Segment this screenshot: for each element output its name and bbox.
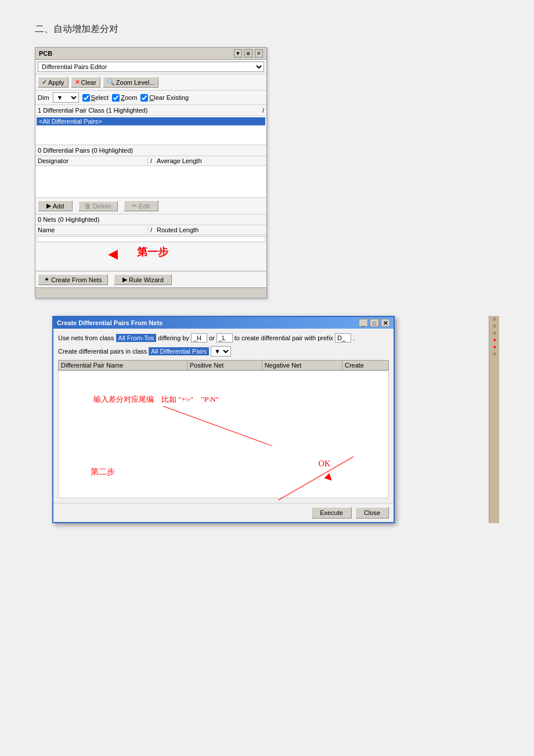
dialog-row2: Create differential pairs in class All D… [58, 346, 389, 357]
dialog-titlebar: Create Differential Pairs From Nets _ □ … [53, 317, 394, 329]
dialog-table: Differential Pair Name Positive Net Nega… [58, 360, 389, 370]
nets-header-text: 0 Nets (0 Highlighted) [38, 216, 99, 223]
zoom-option-label: Zoom [121, 94, 137, 101]
pair-class-slash: / [262, 107, 264, 114]
dim-dropdown[interactable]: ▼ [53, 92, 79, 103]
rule-wizard-icon: ▶ [122, 276, 127, 283]
row2-class-highlight: All Differential Pairs [149, 347, 209, 355]
clear-existing-checkbox-label[interactable]: Clear Existing [140, 94, 189, 102]
row1-prefix-input[interactable] [335, 333, 351, 343]
pcb-titlebar: PCB ▼ ⊕ ✕ [35, 48, 266, 60]
panel-type-dropdown[interactable]: Differential Pairs Editor [38, 62, 264, 72]
side-icon-2: ⊞ [492, 323, 497, 330]
pair-class-selected-item[interactable]: <All Differential Pairs> [37, 117, 265, 125]
dialog-bottom: Execute Close [53, 503, 394, 522]
row1-or-text: or [209, 334, 215, 341]
row1-class-highlight: All From-Tos [116, 334, 157, 342]
pcb-pin-icon[interactable]: ⊕ [244, 49, 252, 57]
action-buttons-row: ▶ Add 🗑 Delete ✏ Edit [35, 198, 266, 214]
select-label: Select [91, 94, 109, 101]
pair-class-header-text: 1 Differential Pair Class (1 Highlighted… [38, 107, 147, 114]
create-from-nets-button[interactable]: ✦ Create From Nets [38, 274, 108, 285]
nets-section-header: 0 Nets (0 Highlighted) [35, 214, 266, 225]
dialog-title: Create Differential Pairs From Nets [57, 319, 163, 326]
nets-col-name: Name [38, 226, 148, 233]
nets-col-routed-length: Routed Length [154, 226, 264, 233]
pcb-close-icon[interactable]: ✕ [255, 49, 263, 57]
row1-text1: Use nets from class [58, 334, 114, 341]
select-checkbox-label[interactable]: Select [82, 94, 109, 102]
col-negative-net: Negative Net [262, 361, 342, 370]
pairs-data-area [35, 166, 266, 198]
row2-class-dropdown[interactable]: ▼ [211, 346, 231, 357]
clear-icon: ✕ [75, 78, 80, 86]
add-label: Add [53, 203, 64, 210]
pairs-section-header: 0 Differential Pairs (0 Highlighted) [35, 145, 266, 156]
row2-text: Create differential pairs in class [58, 348, 147, 355]
select-checkbox[interactable] [82, 94, 90, 102]
row1-differing-text: differing by [158, 334, 189, 341]
rule-wizard-label: Rule Wizard [129, 276, 164, 283]
zoom-checkbox-label[interactable]: Zoom [112, 94, 137, 102]
nets-columns: Name / Routed Length [35, 225, 266, 235]
col-designator: Designator [38, 157, 148, 164]
add-icon: ▶ [46, 202, 51, 210]
toolbar-row: ✓ Apply ✕ Clear 🔍 Zoom Level... [35, 74, 266, 91]
pcb-minimize-icon[interactable]: ▼ [234, 49, 242, 57]
bottom-buttons-row: ✦ Create From Nets ▶ Rule Wizard [35, 271, 266, 287]
dialog-close-button[interactable]: Close [355, 507, 389, 519]
zoom-icon: 🔍 [107, 78, 115, 86]
col-avg-length: Average Length [154, 157, 264, 164]
dialog-content: Use nets from class All From-Tos differi… [53, 329, 394, 503]
dialog-maximize-btn[interactable]: □ [370, 319, 379, 327]
step1-label: 第一步 [137, 245, 168, 259]
table-body-area: 输入差分对应尾编 比如 "+\-" "P\N" 第二步 OK ▶ [58, 370, 389, 498]
pair-class-section-header: 1 Differential Pair Class (1 Highlighted… [35, 105, 266, 116]
status-bar [35, 287, 266, 298]
dim-label: Dim [38, 94, 49, 101]
rule-wizard-button[interactable]: ▶ Rule Wizard [114, 274, 172, 285]
edit-label: Edit [139, 203, 150, 210]
pcb-titlebar-title: PCB [39, 50, 52, 57]
clear-label: Clear [81, 79, 96, 86]
row1-l-input[interactable] [217, 333, 233, 343]
zoom-level-button[interactable]: 🔍 Zoom Level... [103, 77, 159, 88]
row1-period: . [353, 334, 355, 341]
annotation-line1 [163, 406, 272, 446]
row1-h-input[interactable] [191, 333, 207, 343]
apply-button[interactable]: ✓ Apply [38, 77, 68, 88]
pcb-titlebar-icons: ▼ ⊕ ✕ [234, 49, 263, 57]
dialog-minimize-btn[interactable]: _ [359, 319, 368, 327]
dialog-close-btn[interactable]: ✕ [381, 319, 390, 327]
row1-create-text: to create differential pair with prefix [234, 334, 333, 341]
add-button[interactable]: ▶ Add [38, 200, 73, 211]
delete-button[interactable]: 🗑 Delete [78, 201, 118, 211]
dialog-row1: Use nets from class All From-Tos differi… [58, 333, 389, 343]
zoom-checkbox[interactable] [112, 94, 120, 102]
page-title: 二、自动增加差分对 [35, 23, 499, 35]
col-positive-net: Positive Net [187, 361, 262, 370]
ok-label: OK [319, 459, 330, 469]
clear-existing-label: Clear Existing [149, 94, 189, 101]
annotation-text: 输入差分对应尾编 比如 "+\-" "P\N" [93, 394, 219, 405]
arrow-annotation-area: ▶ 第一步 [35, 236, 266, 271]
options-row: Dim ▼ Select Zoom Clear Existing [35, 91, 266, 105]
execute-button[interactable]: Execute [311, 507, 352, 519]
side-panel: ⊞ ⊞ ⊞ ★ ★ ⊞ [489, 316, 499, 523]
clear-existing-checkbox[interactable] [140, 94, 148, 102]
clear-button[interactable]: ✕ Clear [71, 77, 100, 88]
edit-button[interactable]: ✏ Edit [124, 200, 158, 211]
nets-data-area [37, 236, 265, 242]
step1-arrow-icon: ▶ [108, 248, 118, 263]
side-icon-6: ⊞ [492, 351, 497, 358]
pcb-panel: PCB ▼ ⊕ ✕ Differential Pairs Editor ✓ Ap… [35, 47, 267, 298]
nets-col-slash: / [148, 226, 154, 233]
create-from-nets-icon: ✦ [44, 276, 49, 283]
side-icon-1: ⊞ [492, 316, 497, 323]
apply-label: Apply [48, 79, 64, 86]
side-icon-3: ⊞ [492, 330, 497, 337]
pairs-columns-header: Designator / Average Length [35, 156, 266, 166]
pair-class-list: <All Differential Pairs> [35, 116, 266, 145]
side-icon-4: ★ [492, 337, 497, 344]
edit-icon: ✏ [132, 202, 137, 210]
